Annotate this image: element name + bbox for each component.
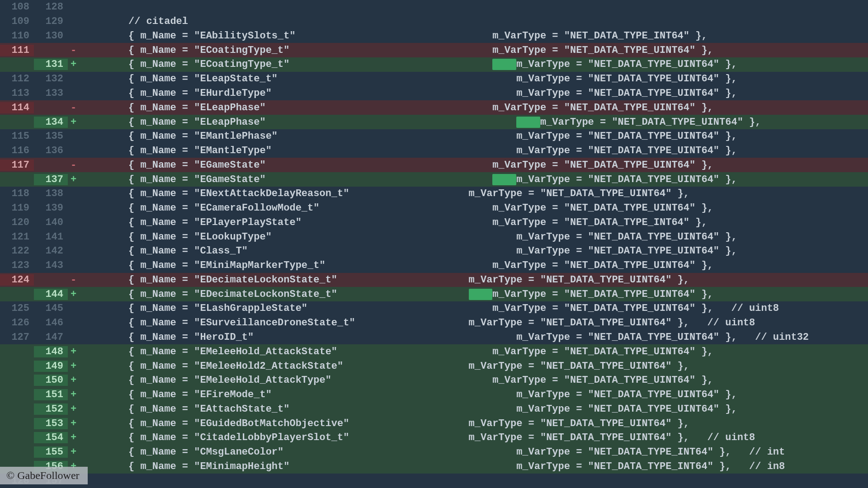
- line-number-new: 132: [34, 73, 68, 84]
- code-content: { m_Name = "EGameState" m_VarType = "NET…: [83, 160, 868, 171]
- diff-row[interactable]: 112132 { m_Name = "ELeapState_t" m_VarTy…: [0, 72, 868, 86]
- inline-add-highlight: [469, 289, 493, 300]
- code-content: { m_Name = "ESurveillanceDroneState_t" m…: [83, 317, 868, 328]
- diff-row[interactable]: 115135 { m_Name = "EMantlePhase" m_VarTy…: [0, 129, 868, 144]
- diff-sign: [68, 217, 83, 228]
- line-number-old: 113: [0, 88, 34, 99]
- diff-row[interactable]: 119139 { m_Name = "ECameraFollowMode_t" …: [0, 201, 868, 216]
- diff-row[interactable]: 117-{ m_Name = "EGameState" m_VarType = …: [0, 158, 868, 172]
- line-number-old: 125: [0, 303, 34, 314]
- diff-sign: [68, 73, 83, 84]
- diff-row[interactable]: 153+{ m_Name = "EGuidedBotMatchObjective…: [0, 416, 868, 431]
- line-number-new: 147: [34, 332, 68, 343]
- diff-sign: [68, 16, 83, 27]
- line-number-old: 117: [0, 160, 34, 171]
- diff-row[interactable]: 149+{ m_Name = "EMeleeHold2_AttackState"…: [0, 359, 868, 373]
- code-content: { m_Name = "EMantleType" m_VarType = "NE…: [83, 145, 868, 156]
- code-content: { m_Name = "ECameraFollowMode_t" m_VarTy…: [83, 202, 868, 214]
- code-content: { m_Name = "CitadelLobbyPlayerSlot_t" m_…: [83, 432, 868, 443]
- diff-row[interactable]: 118138 { m_Name = "ENextAttackDelayReaso…: [0, 187, 868, 201]
- code-content: { m_Name = "EMeleeHold_AttackType" m_Var…: [83, 375, 868, 386]
- line-number-new: 139: [34, 202, 68, 214]
- code-content: { m_Name = "EMinimapHeight" m_VarType = …: [83, 461, 868, 472]
- line-number-old: 126: [0, 317, 34, 328]
- line-number-old: 110: [0, 30, 34, 42]
- diff-row[interactable]: 123143 { m_Name = "EMiniMapMarkerType_t"…: [0, 258, 868, 273]
- diff-row[interactable]: 151+{ m_Name = "EFireMode_t" m_VarType =…: [0, 388, 868, 402]
- diff-row[interactable]: 128157: [0, 474, 868, 488]
- diff-row[interactable]: 116136 { m_Name = "EMantleType" m_VarTyp…: [0, 144, 868, 158]
- code-content: { m_Name = "EHurdleType" m_VarType = "NE…: [83, 88, 868, 99]
- diff-row[interactable]: 137+{ m_Name = "EGameState" m_VarType = …: [0, 172, 868, 187]
- diff-row[interactable]: 124-{ m_Name = "EDecimateLockonState_t" …: [0, 273, 868, 287]
- code-content: { m_Name = "Class_T" m_VarType = "NET_DA…: [83, 245, 868, 257]
- diff-row[interactable]: 113133 { m_Name = "EHurdleType" m_VarTyp…: [0, 86, 868, 101]
- diff-sign: +: [68, 375, 83, 386]
- diff-row[interactable]: 144+{ m_Name = "EDecimateLockonState_t" …: [0, 287, 868, 301]
- diff-sign: [68, 231, 83, 243]
- line-number-old: 118: [0, 188, 34, 199]
- line-number-new: 142: [34, 245, 68, 257]
- diff-row[interactable]: 127147 { m_Name = "HeroID_t" m_VarType =…: [0, 330, 868, 345]
- line-number-new: 152: [34, 404, 68, 415]
- line-number-new: 133: [34, 88, 68, 99]
- line-number-old: 119: [0, 202, 34, 214]
- diff-row[interactable]: 131+{ m_Name = "ECoatingType_t" m_VarTyp…: [0, 57, 868, 72]
- code-content: { m_Name = "EMeleeHold_AttackState" m_Va…: [83, 346, 868, 357]
- diff-row[interactable]: 110130 { m_Name = "EAbilitySlots_t" m_Va…: [0, 29, 868, 43]
- line-number-new: 129: [34, 16, 68, 27]
- diff-row[interactable]: 154+{ m_Name = "CitadelLobbyPlayerSlot_t…: [0, 431, 868, 445]
- diff-row[interactable]: 148+{ m_Name = "EMeleeHold_AttackState" …: [0, 344, 868, 359]
- diff-row[interactable]: 111-{ m_Name = "ECoatingType_t" m_VarTyp…: [0, 43, 868, 57]
- code-content: { m_Name = "ELeapPhase" m_VarType = "NET…: [83, 117, 868, 128]
- line-number-old: 122: [0, 245, 34, 257]
- code-content: { m_Name = "EGameState" m_VarType = "NET…: [83, 174, 868, 185]
- diff-row[interactable]: 108128: [0, 0, 868, 14]
- diff-sign: [68, 245, 83, 257]
- diff-sign: +: [68, 389, 83, 400]
- line-number-new: 155: [34, 446, 68, 458]
- diff-sign: -: [68, 102, 83, 113]
- diff-sign: [68, 317, 83, 328]
- diff-row[interactable]: 120140 { m_Name = "EPlayerPlayState" m_V…: [0, 215, 868, 230]
- diff-sign: [68, 188, 83, 199]
- code-content: { m_Name = "ELookupType" m_VarType = "NE…: [83, 231, 868, 243]
- line-number-old: 124: [0, 274, 34, 286]
- line-number-new: 135: [34, 131, 68, 142]
- diff-row[interactable]: 134+{ m_Name = "ELeapPhase" m_VarType = …: [0, 115, 868, 129]
- diff-row[interactable]: 155+{ m_Name = "CMsgLaneColor" m_VarType…: [0, 445, 868, 460]
- line-number-new: 150: [34, 375, 68, 386]
- diff-sign: [68, 332, 83, 343]
- diff-row[interactable]: 125145 { m_Name = "ELashGrappleState" m_…: [0, 301, 868, 316]
- line-number-old: 116: [0, 145, 34, 156]
- diff-sign: [68, 131, 83, 142]
- code-content: { m_Name = "EGuidedBotMatchObjective" m_…: [83, 418, 868, 429]
- diff-row[interactable]: 150+{ m_Name = "EMeleeHold_AttackType" m…: [0, 373, 868, 388]
- line-number-new: 140: [34, 217, 68, 228]
- diff-row[interactable]: 122142 { m_Name = "Class_T" m_VarType = …: [0, 244, 868, 258]
- line-number-old: 123: [0, 260, 34, 271]
- line-number-old: 109: [0, 16, 34, 27]
- code-content: { m_Name = "ELeapState_t" m_VarType = "N…: [83, 73, 868, 84]
- diff-row[interactable]: 114-{ m_Name = "ELeapPhase" m_VarType = …: [0, 100, 868, 115]
- line-number-old: 114: [0, 102, 34, 113]
- diff-row[interactable]: 126146 { m_Name = "ESurveillanceDroneSta…: [0, 316, 868, 330]
- diff-sign: +: [68, 174, 83, 185]
- code-content: { m_Name = "EMeleeHold2_AttackState" m_V…: [83, 361, 868, 372]
- line-number-new: 144: [34, 289, 68, 300]
- line-number-old: 111: [0, 45, 34, 56]
- line-number-new: 130: [34, 30, 68, 42]
- diff-row[interactable]: 109129 // citadel: [0, 14, 868, 29]
- code-content: { m_Name = "EFireMode_t" m_VarType = "NE…: [83, 389, 868, 400]
- line-number-new: 134: [34, 117, 68, 128]
- diff-sign: +: [68, 59, 83, 70]
- diff-row[interactable]: 152+{ m_Name = "EAttachState_t" m_VarTyp…: [0, 402, 868, 416]
- diff-sign: +: [68, 404, 83, 415]
- diff-row[interactable]: 156+{ m_Name = "EMinimapHeight" m_VarTyp…: [0, 460, 868, 474]
- line-number-new: 146: [34, 317, 68, 328]
- diff-sign: +: [68, 361, 83, 372]
- code-content: { m_Name = "EAbilitySlots_t" m_VarType =…: [83, 30, 868, 42]
- code-content: { m_Name = "EAttachState_t" m_VarType = …: [83, 404, 868, 415]
- line-number-new: 136: [34, 145, 68, 156]
- diff-row[interactable]: 121141 { m_Name = "ELookupType" m_VarTyp…: [0, 230, 868, 244]
